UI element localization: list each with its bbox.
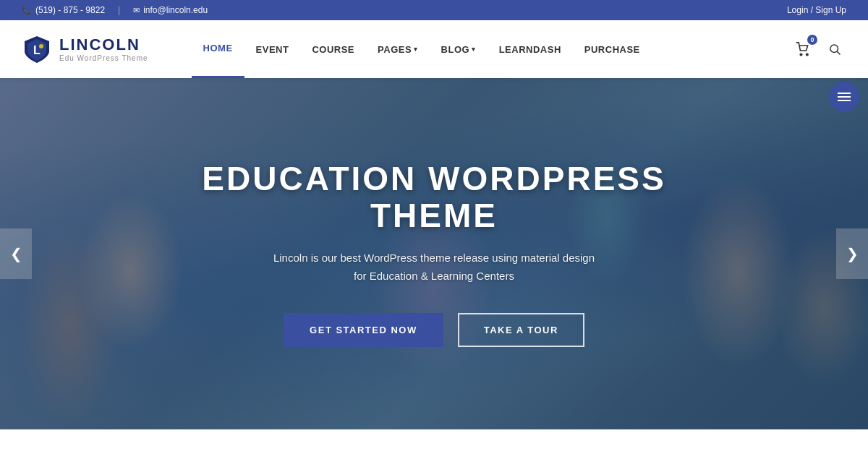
take-tour-button[interactable]: TAKE A TOUR xyxy=(458,313,584,347)
email-address: info@lincoln.edu xyxy=(143,5,208,15)
nav-course[interactable]: COURSE xyxy=(300,20,366,78)
hero-subtitle: Lincoln is our best WordPress theme rele… xyxy=(181,249,687,286)
search-icon xyxy=(828,43,841,56)
hero-section: ❮ EDUCATION WORDPRESS THEME Lincoln is o… xyxy=(0,78,868,429)
nav-icons: 0 xyxy=(791,38,846,61)
nav-blog[interactable]: BLOG ▾ xyxy=(430,20,488,78)
top-bar-login[interactable]: Login / Sign Up xyxy=(787,5,846,15)
cart-badge: 0 xyxy=(807,35,817,45)
nav-event[interactable]: EVENT xyxy=(244,20,301,78)
logo-text: LINCOLN Edu WordPress Theme xyxy=(59,36,148,61)
divider: | xyxy=(118,5,120,15)
blog-dropdown-arrow: ▾ xyxy=(472,46,476,53)
pages-dropdown-arrow: ▾ xyxy=(414,46,418,53)
phone-icon xyxy=(22,6,32,15)
nav-home[interactable]: HOME xyxy=(192,20,244,78)
svg-line-5 xyxy=(837,51,840,54)
prev-arrow-icon: ❮ xyxy=(10,245,22,262)
get-started-button[interactable]: GET STARTED NOW xyxy=(284,313,443,347)
hero-content: EDUCATION WORDPRESS THEME Lincoln is our… xyxy=(109,160,760,346)
top-bar-contact: (519) - 875 - 9822 | info@lincoln.edu xyxy=(22,5,208,15)
phone-info: (519) - 875 - 9822 xyxy=(22,5,105,15)
header: L LINCOLN Edu WordPress Theme HOME EVENT… xyxy=(0,20,868,78)
nav-purchase[interactable]: PURCHASE xyxy=(573,20,652,78)
slider-next-button[interactable]: ❯ xyxy=(836,228,868,279)
slider-prev-button[interactable]: ❮ xyxy=(0,228,32,279)
svg-point-3 xyxy=(807,53,809,56)
email-info: info@lincoln.edu xyxy=(133,5,208,15)
cart-button[interactable]: 0 xyxy=(791,38,814,61)
logo-name: LINCOLN xyxy=(59,36,148,53)
hero-title: EDUCATION WORDPRESS THEME xyxy=(181,160,687,234)
nav-learndash[interactable]: LEARNDASH xyxy=(488,20,573,78)
top-bar: (519) - 875 - 9822 | info@lincoln.edu Lo… xyxy=(0,0,868,20)
next-arrow-icon: ❯ xyxy=(846,245,859,262)
main-nav: HOME EVENT COURSE PAGES ▾ BLOG ▾ LEARNDA… xyxy=(192,20,784,78)
svg-point-1 xyxy=(39,44,43,48)
logo-tagline: Edu WordPress Theme xyxy=(59,54,148,62)
svg-point-2 xyxy=(800,53,802,56)
phone-number: (519) - 875 - 9822 xyxy=(35,5,105,15)
logo[interactable]: L LINCOLN Edu WordPress Theme xyxy=(22,34,148,64)
mail-icon xyxy=(133,6,140,15)
logo-shield-icon: L xyxy=(22,34,52,64)
cart-icon xyxy=(796,42,810,56)
floating-menu-button[interactable] xyxy=(829,82,859,112)
login-link[interactable]: Login / Sign Up xyxy=(787,5,846,15)
svg-point-4 xyxy=(830,45,838,53)
hero-buttons: GET STARTED NOW TAKE A TOUR xyxy=(181,313,687,347)
hamburger-icon xyxy=(838,93,851,101)
search-button[interactable] xyxy=(823,38,846,61)
nav-pages[interactable]: PAGES ▾ xyxy=(366,20,430,78)
